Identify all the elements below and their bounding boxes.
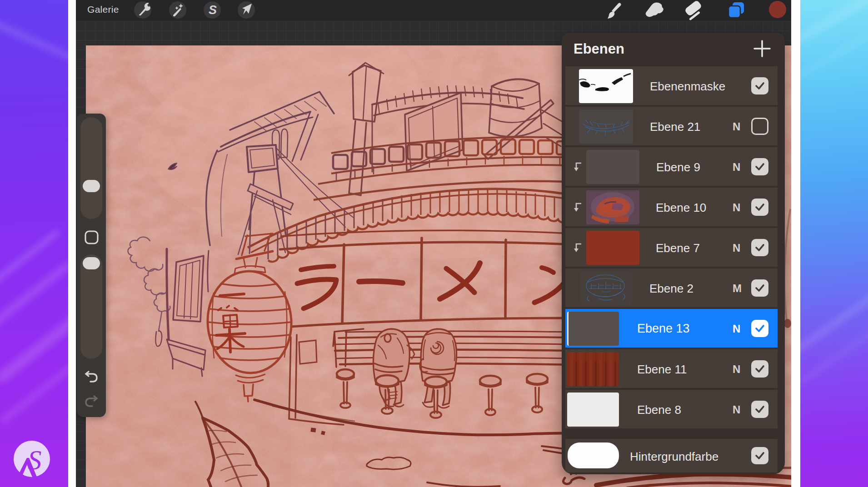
svg-text:S: S xyxy=(28,445,42,475)
svg-text:S: S xyxy=(209,3,217,17)
